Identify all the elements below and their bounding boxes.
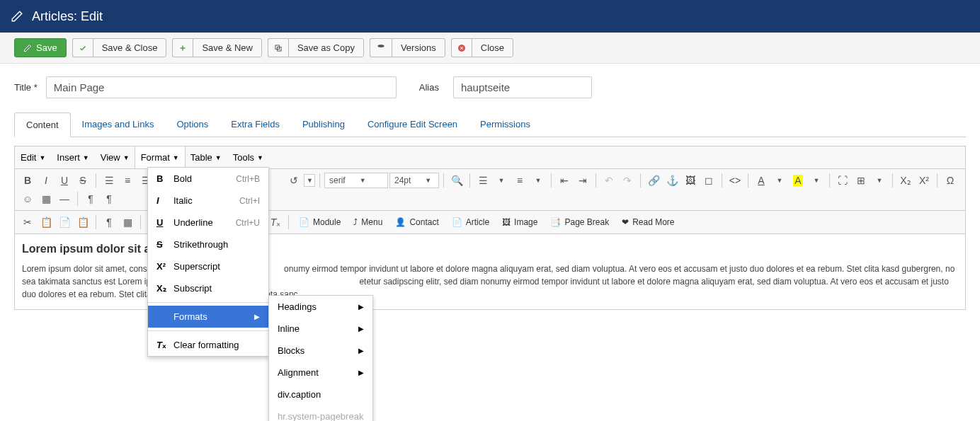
undo-icon[interactable]: ↶	[600, 172, 617, 189]
ltr-icon[interactable]: ¶	[82, 190, 99, 207]
font-size-select[interactable]: 24pt▼	[389, 173, 439, 188]
tab-options[interactable]: Options	[165, 113, 220, 137]
format-strike[interactable]: SStrikethrough	[148, 233, 268, 255]
caret-icon: ▼	[39, 154, 45, 161]
tab-publishing[interactable]: Publishing	[291, 113, 356, 137]
formats-headings[interactable]: Headings▶	[269, 296, 372, 310]
rtl-icon[interactable]: ¶	[101, 190, 118, 207]
save-new-label: Save & New	[193, 38, 262, 57]
media-icon[interactable]: ▦	[38, 190, 55, 207]
block-icon[interactable]: ▦	[119, 214, 136, 231]
save-label: Save	[36, 42, 57, 53]
code-icon[interactable]: <>	[727, 172, 743, 189]
save-copy-label: Save as Copy	[288, 38, 364, 57]
tab-permissions[interactable]: Permissions	[469, 113, 542, 137]
alias-input[interactable]	[453, 76, 592, 98]
picture-icon: 🖼	[502, 217, 511, 227]
strike-icon[interactable]: S	[74, 172, 91, 189]
align-center-icon[interactable]: ≡	[119, 172, 136, 189]
anchor-icon[interactable]: ⚓	[663, 172, 680, 189]
format-formats[interactable]: Formats▶	[148, 306, 268, 310]
format-italic[interactable]: IItalicCtrl+I	[148, 190, 268, 212]
find-icon[interactable]: 🔍	[448, 172, 465, 189]
page-break-button[interactable]: 📑Page Break	[545, 215, 615, 229]
menu-table[interactable]: Table▼	[185, 146, 227, 168]
indent-icon[interactable]: ⇥	[574, 172, 591, 189]
format-superscript[interactable]: X²Superscript	[148, 255, 268, 277]
versions-label: Versions	[392, 38, 445, 57]
module-button[interactable]: 📄Module	[293, 215, 346, 229]
dropdown-caret[interactable]: ▼	[304, 174, 315, 187]
number-list-icon[interactable]: ≡	[511, 172, 528, 189]
article-button[interactable]: 📄Article	[446, 215, 495, 229]
close-button[interactable]: Close	[451, 38, 513, 57]
superscript-icon: X²	[156, 261, 169, 272]
emoji-icon[interactable]: ☺	[19, 190, 36, 207]
format-subscript[interactable]: X₂Subscript	[148, 277, 268, 299]
menu-button[interactable]: ⤴Menu	[348, 215, 388, 229]
format-bold[interactable]: BBoldCtrl+B	[148, 168, 268, 190]
history-icon[interactable]: ↺	[285, 172, 302, 189]
superscript-icon[interactable]: X²	[916, 172, 933, 189]
caret-icon[interactable]: ▼	[808, 172, 825, 189]
text-color-icon[interactable]: A	[753, 172, 770, 189]
font-family-select[interactable]: serif▼	[324, 173, 388, 188]
bold-icon[interactable]: B	[19, 172, 36, 189]
tabs: Content Images and Links Options Extra F…	[14, 113, 966, 137]
tab-images[interactable]: Images and Links	[71, 113, 166, 137]
paste-text-icon[interactable]: 📋	[74, 214, 91, 231]
bg-color-icon[interactable]: A	[790, 172, 807, 189]
menu-view[interactable]: View▼	[95, 146, 135, 168]
save-close-button[interactable]: Save & Close	[72, 38, 167, 57]
clear-format-icon[interactable]: Tₓ	[267, 214, 284, 231]
save-close-label: Save & Close	[93, 38, 167, 57]
format-underline[interactable]: UUnderlineCtrl+U	[148, 212, 268, 233]
redo-icon[interactable]: ↷	[619, 172, 636, 189]
save-new-button[interactable]: Save & New	[172, 38, 262, 57]
caret-icon[interactable]: ▼	[493, 172, 510, 189]
caret-icon[interactable]: ▼	[871, 172, 888, 189]
save-icon	[23, 44, 32, 52]
read-more-button[interactable]: ❤Read More	[616, 215, 680, 229]
image-button[interactable]: 🖼Image	[496, 215, 543, 229]
link-icon[interactable]: 🔗	[645, 172, 662, 189]
contact-button[interactable]: 👤Contact	[389, 215, 444, 229]
plus-icon	[178, 44, 187, 52]
paste-icon[interactable]: 📄	[56, 214, 73, 231]
subscript-icon[interactable]: X₂	[897, 172, 914, 189]
save-copy-button[interactable]: Save as Copy	[268, 38, 364, 57]
hr-icon[interactable]: —	[56, 190, 73, 207]
bookmark-icon[interactable]: ◻	[700, 172, 717, 189]
title-input[interactable]	[46, 76, 397, 98]
copy-icon[interactable]: 📋	[38, 214, 55, 231]
tab-configure[interactable]: Configure Edit Screen	[356, 113, 469, 137]
omega-icon[interactable]: Ω	[942, 172, 959, 189]
page-title: Articles: Edit	[32, 9, 103, 24]
table-icon[interactable]: ⊞	[853, 172, 870, 189]
image-icon[interactable]: 🖼	[682, 172, 699, 189]
bullet-list-icon[interactable]: ☰	[474, 172, 491, 189]
align-left-icon[interactable]: ☰	[101, 172, 118, 189]
fullscreen-icon[interactable]: ⛶	[834, 172, 851, 189]
outdent-icon[interactable]: ⇤	[556, 172, 573, 189]
tab-content[interactable]: Content	[14, 113, 71, 137]
strike-icon: S	[156, 239, 169, 250]
close-label: Close	[472, 38, 513, 57]
alias-label: Alias	[419, 82, 439, 93]
caret-icon: ▼	[83, 154, 89, 161]
para-icon[interactable]: ¶	[101, 214, 118, 231]
menu-edit[interactable]: Edit▼	[15, 146, 51, 168]
caret-icon[interactable]: ▼	[530, 172, 547, 189]
versions-button[interactable]: Versions	[370, 38, 445, 57]
cut-icon[interactable]: ✂	[19, 214, 36, 231]
caret-icon: ▼	[215, 154, 222, 161]
menu-tools[interactable]: Tools▼	[227, 146, 269, 168]
title-label: Title *	[14, 82, 38, 93]
caret-icon[interactable]: ▼	[771, 172, 788, 189]
menu-format[interactable]: Format▼	[135, 146, 186, 168]
save-button[interactable]: Save	[14, 38, 67, 57]
underline-icon[interactable]: U	[56, 172, 73, 189]
tab-extra[interactable]: Extra Fields	[220, 113, 291, 137]
italic-icon[interactable]: I	[38, 172, 55, 189]
menu-insert[interactable]: Insert▼	[51, 146, 94, 168]
